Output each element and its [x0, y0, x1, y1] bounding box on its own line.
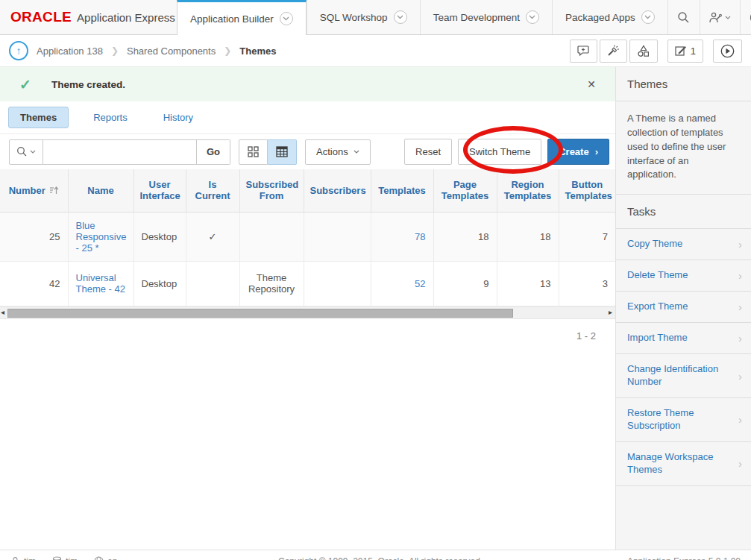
column-header-region-templates[interactable]: Region Templates: [497, 169, 559, 212]
feedback-button[interactable]: [570, 40, 597, 63]
run-application-button[interactable]: [713, 40, 742, 63]
theme-shapes-icon[interactable]: [629, 40, 658, 63]
scrollbar-thumb[interactable]: [7, 309, 513, 318]
cell-is-current: ✓: [186, 212, 239, 261]
chevron-down-icon[interactable]: [280, 12, 293, 25]
oracle-wordmark: ORACLE: [10, 9, 72, 25]
nav-tab-packaged-apps[interactable]: Packaged Apps: [552, 0, 667, 34]
nav-tab-team-development[interactable]: Team Development: [420, 0, 552, 34]
task-manage-workspace-themes[interactable]: Manage Workspace Themes›: [616, 442, 751, 486]
report-toolbar: Go Actions Reset Switch Theme Create›: [0, 134, 615, 169]
chevron-right-icon: ›: [738, 301, 742, 313]
column-header-templates[interactable]: Templates: [371, 169, 433, 212]
up-level-icon[interactable]: ↑: [9, 41, 28, 60]
theme-link[interactable]: Blue Responsive - 25 *: [76, 220, 127, 254]
cell-subscribers: [304, 212, 371, 261]
success-message-text: Theme created.: [51, 79, 125, 90]
cell-number: 42: [0, 261, 68, 306]
search-column-selector[interactable]: [9, 139, 43, 165]
column-header-number[interactable]: Number: [0, 169, 68, 212]
column-header-page-templates[interactable]: Page Templates: [433, 169, 497, 212]
search-icon[interactable]: [667, 0, 700, 34]
task-copy-theme[interactable]: Copy Theme›: [616, 229, 751, 260]
footer-workspace: tim: [52, 556, 78, 560]
right-sidebar: Themes A Theme is a named collection of …: [615, 67, 751, 550]
table-row: 42 Universal Theme - 42 Desktop Theme Re…: [0, 261, 615, 306]
chevron-right-icon: ›: [738, 238, 742, 251]
edit-page-button[interactable]: 1: [667, 40, 703, 63]
footer-language: en: [94, 556, 117, 560]
column-header-is-current[interactable]: Is Current: [186, 169, 239, 212]
chevron-right-icon: ›: [738, 332, 742, 345]
cell-user-interface: Desktop: [133, 212, 186, 261]
scroll-right-arrow[interactable]: ▸: [609, 308, 612, 316]
cell-button-templates: 3: [559, 261, 615, 306]
task-change-identification-number[interactable]: Change Identification Number›: [616, 354, 751, 398]
breadcrumb-application[interactable]: Application 138: [37, 45, 103, 57]
task-import-theme[interactable]: Import Theme›: [616, 323, 751, 354]
templates-link[interactable]: 52: [415, 278, 425, 289]
templates-link[interactable]: 78: [415, 231, 425, 242]
table-header-row: Number Name User Interface Is Current Su…: [0, 169, 615, 212]
top-header: ORACLE Application Express Application B…: [0, 0, 751, 35]
switch-theme-button[interactable]: Switch Theme: [458, 139, 541, 165]
column-header-subscribed-from[interactable]: Subscribed From: [239, 169, 304, 212]
column-header-name[interactable]: Name: [68, 169, 133, 212]
sidebar-description: A Theme is a named collection of templat…: [616, 101, 751, 195]
task-restore-theme-subscription[interactable]: Restore Theme Subscription›: [616, 398, 751, 442]
cell-subscribers: [304, 261, 371, 306]
nav-tab-application-builder[interactable]: Application Builder: [177, 0, 307, 35]
actions-menu-button[interactable]: Actions: [305, 139, 371, 165]
cell-name: Universal Theme - 42: [68, 261, 133, 306]
scroll-left-arrow[interactable]: ◂: [1, 308, 4, 316]
cell-page-templates: 9: [433, 261, 497, 306]
administration-icon[interactable]: [700, 0, 740, 34]
footer-copyright: Copyright © 1999, 2015, Oracle. All righ…: [133, 556, 627, 560]
cell-templates: 78: [371, 212, 433, 261]
go-button[interactable]: Go: [197, 139, 230, 165]
chevron-right-icon: ›: [738, 413, 742, 426]
cell-subscribed-from: [239, 212, 304, 261]
oracle-apex-logo[interactable]: ORACLE Application Express: [0, 0, 177, 34]
chevron-right-icon: ›: [738, 370, 742, 383]
column-header-button-templates[interactable]: Button Templates: [559, 169, 615, 212]
chevron-down-icon[interactable]: [394, 10, 407, 24]
chevron-right-icon: ›: [595, 146, 598, 157]
icon-view-icon[interactable]: [239, 139, 268, 165]
horizontal-scrollbar[interactable]: ◂ ▸: [0, 306, 615, 319]
cell-name: Blue Responsive - 25 *: [68, 212, 133, 261]
column-header-subscribers[interactable]: Subscribers: [304, 169, 371, 212]
reset-button[interactable]: Reset: [404, 139, 452, 165]
main-nav-tabs: Application Builder SQL Workshop Team De…: [177, 0, 667, 34]
column-header-user-interface[interactable]: User Interface: [133, 169, 186, 212]
chevron-down-icon[interactable]: [641, 10, 655, 24]
help-icon[interactable]: ?: [740, 0, 751, 34]
cell-region-templates: 18: [497, 212, 559, 261]
table-row: 25 Blue Responsive - 25 * Desktop ✓ 78 1…: [0, 212, 615, 261]
breadcrumb-separator: ❯: [111, 45, 119, 56]
debug-flashlight-icon[interactable]: [600, 40, 627, 63]
tasks-title: Tasks: [616, 195, 751, 229]
sidebar-title: Themes: [616, 67, 751, 101]
content-region: ✓ Theme created. ✕ Themes Reports Histor…: [0, 67, 615, 550]
create-button[interactable]: Create›: [547, 139, 609, 165]
report-view-icon[interactable]: [268, 139, 297, 165]
task-delete-theme[interactable]: Delete Theme›: [616, 260, 751, 292]
nav-tab-sql-workshop[interactable]: SQL Workshop: [307, 0, 420, 34]
cell-templates: 52: [371, 261, 433, 306]
product-name: Application Express: [77, 11, 175, 24]
cell-user-interface: Desktop: [133, 261, 186, 306]
search-input[interactable]: [43, 139, 197, 165]
pagination-label: 1 - 2: [0, 319, 615, 342]
task-export-theme[interactable]: Export Theme›: [616, 292, 751, 323]
close-icon[interactable]: ✕: [587, 78, 596, 90]
cell-number: 25: [0, 212, 68, 261]
cell-button-templates: 7: [559, 212, 615, 261]
chevron-down-icon[interactable]: [526, 10, 539, 24]
view-toggle-group: [239, 139, 297, 165]
tab-reports[interactable]: Reports: [82, 107, 139, 128]
breadcrumb-shared-components[interactable]: Shared Components: [127, 45, 216, 57]
tab-themes[interactable]: Themes: [8, 107, 69, 128]
tab-history[interactable]: History: [152, 107, 204, 128]
theme-link[interactable]: Universal Theme - 42: [76, 272, 125, 295]
